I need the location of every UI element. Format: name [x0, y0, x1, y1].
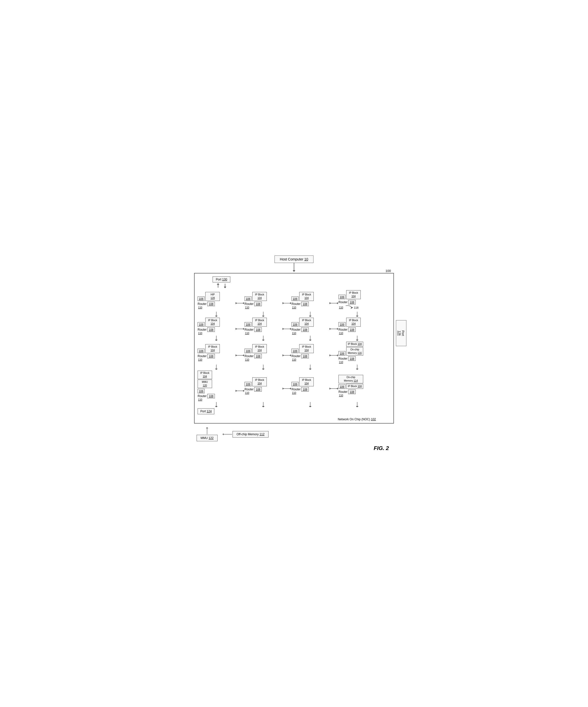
v-arrow-12-3: [355, 336, 360, 341]
router-num-22: 108: [301, 354, 309, 358]
router-num-31: 108: [254, 387, 262, 392]
cell22-bot: Router 108: [292, 354, 309, 358]
svg-marker-72: [356, 406, 358, 407]
cell30-router: Router 108: [198, 394, 215, 398]
ni-box-11: 106: [244, 322, 252, 327]
svg-marker-21: [356, 316, 358, 317]
svg-marker-5: [235, 302, 237, 304]
vc-12-0: [198, 336, 235, 341]
port130-area: Port 130: [213, 276, 390, 288]
noc-outer-box: 100 Port 130 106: [194, 273, 394, 424]
router-num-10: 108: [207, 327, 215, 332]
router-label-31: Router: [244, 388, 254, 391]
vc-1: [244, 312, 282, 317]
ni-box-33: 106: [338, 384, 346, 389]
port130-arrows: [216, 283, 228, 288]
hip-box: HIP128: [205, 292, 220, 301]
vc-12-3: [338, 336, 376, 341]
cell-3-0: IP Block104 MMU120 106 Router 108 110: [198, 371, 235, 401]
h-arrow-r2-12: [282, 351, 292, 359]
svg-marker-34: [262, 340, 264, 341]
cell-0-0: 106 HIP128 Router 108 110: [198, 292, 235, 309]
host-computer-label: Host Computer: [280, 257, 303, 261]
ni-box-00: 106: [198, 297, 204, 301]
ipblock-23-label: IP Block 104: [346, 342, 363, 347]
cell13-bot: Router 108: [338, 327, 356, 332]
v-arrow-down-0: [214, 312, 219, 317]
svg-marker-76: [223, 433, 224, 435]
svg-marker-58: [242, 390, 244, 392]
cell-1-3: 106 IP Block104 Router 108 110: [338, 318, 376, 335]
cell10-bot: Router 108: [198, 327, 215, 332]
v-connectors-12: [198, 336, 390, 341]
cell00-top: 106 HIP128: [198, 292, 220, 301]
router-sub-33: 110: [339, 394, 343, 397]
svg-marker-11: [329, 302, 331, 304]
cell32-bot: Router 108: [292, 387, 309, 392]
svg-marker-3: [224, 287, 226, 288]
vc-23-3: [338, 365, 376, 370]
svg-marker-63: [329, 388, 331, 390]
svg-marker-74: [206, 427, 208, 428]
router-num-01: 108: [254, 302, 262, 306]
cell-0-1: 106 IP Block104 Router 108 110: [244, 292, 282, 309]
router-num-03: 108: [348, 300, 356, 304]
ipblock-33-label: IP Block 104: [346, 384, 363, 389]
svg-marker-27: [290, 328, 291, 330]
svg-marker-40: [235, 355, 237, 357]
port130-arrow-up: [216, 283, 221, 288]
router-label-03: Router: [338, 300, 348, 304]
v-connectors-23: [198, 365, 390, 370]
cell21-top: 106 IP Block104: [244, 344, 267, 353]
cell30-bot: 106: [198, 389, 204, 393]
cell20-top: 106 IP Block104: [198, 344, 220, 353]
arrow118-indicator: [345, 304, 353, 311]
v-arrow-23-0: [214, 365, 219, 370]
vc-bot-2: [292, 402, 329, 407]
v-arrow-bot-3: [355, 402, 360, 407]
router-sub-01: 110: [245, 306, 249, 309]
row0: 106 HIP128 Router 108 110: [198, 290, 390, 311]
cell21-bot: Router 108: [244, 354, 262, 358]
svg-marker-68: [262, 406, 264, 407]
page-container: Host Computer 10 100 Port 130: [192, 256, 396, 451]
svg-marker-15: [215, 316, 218, 317]
router-label-23: Router: [338, 357, 348, 360]
host-to-noc-arrow: [294, 263, 294, 270]
noc-ref: 102: [371, 417, 376, 421]
h-arrow-r3-01: [235, 387, 244, 395]
router-label-00: Router: [198, 302, 206, 306]
cell03-sub: 110 118: [338, 304, 358, 311]
noc-text: Network On Chip (NOC): [338, 417, 370, 421]
router-label-21: Router: [244, 355, 254, 358]
vc-12-1: [244, 336, 282, 341]
ref118: 118: [354, 306, 358, 309]
router-label-20: Router: [198, 355, 206, 358]
offchip-memory-box: Off-chip Memory 112: [233, 431, 268, 438]
cell31-bot: Router 108: [244, 387, 262, 392]
port126-box: Port126: [396, 320, 406, 346]
router-sub-02: 110: [292, 306, 296, 309]
cell33-bot: Router 108: [338, 390, 356, 394]
router-sub-00: 110: [198, 306, 202, 309]
v-connectors-bottom: [198, 402, 390, 407]
svg-marker-70: [309, 406, 312, 407]
router-sub-32: 110: [292, 392, 296, 394]
h-arrow-r1-01: [235, 325, 244, 333]
ipblock-box-03: IP Block104: [346, 290, 361, 299]
memory-to-mmu-arrow: [223, 432, 233, 437]
ni-box-32: 106: [292, 382, 298, 386]
v-arrow-12-1: [261, 336, 266, 341]
mmu120-box: MMU120: [198, 380, 212, 388]
ipblock-box-02: IP Block104: [299, 292, 314, 301]
ipblock-box-32: IP Block104: [299, 377, 314, 386]
svg-marker-55: [356, 369, 358, 370]
ni-box-30: 106: [198, 389, 204, 393]
port124-up-arrow: [204, 427, 209, 435]
cell03-top: 106 IP Block104: [338, 290, 361, 299]
cell-2-2: 106 IP Block104 Router 108 110: [292, 344, 329, 361]
cell23-special: IP Block 104 On-chipMemory 116: [346, 342, 363, 356]
router-sub-31: 110: [245, 392, 249, 394]
svg-marker-66: [215, 406, 218, 407]
port126-ref: 126: [398, 331, 401, 336]
